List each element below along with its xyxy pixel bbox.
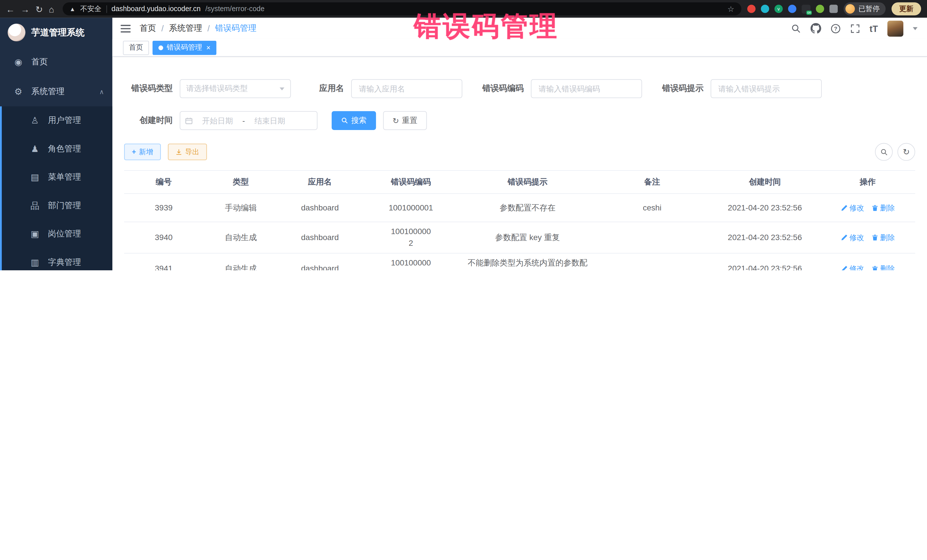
cell-hint: 参数配置 key 重复 — [460, 228, 595, 247]
search-button[interactable]: 搜索 — [332, 111, 376, 130]
home-icon[interactable]: ⌂ — [49, 5, 54, 14]
divider — [106, 5, 107, 13]
breadcrumb-system[interactable]: 系统管理 — [169, 23, 202, 33]
table-header: 编号 类型 应用名 错误码编码 错误码提示 备注 创建时间 操作 — [124, 170, 915, 194]
sidebar-item-dict[interactable]: ▥字典管理 — [2, 248, 112, 270]
dict-icon: ▥ — [28, 257, 41, 268]
font-size-icon[interactable]: tT — [870, 23, 878, 33]
reload-icon[interactable]: ↻ — [35, 5, 43, 14]
browser-profile-chip[interactable]: 已暂停 — [844, 2, 886, 15]
breadcrumb-home[interactable]: 首页 — [140, 23, 156, 33]
sidebar-item-label: 系统管理 — [31, 87, 64, 97]
cell-code: 100100000 2 — [362, 222, 460, 253]
tab-label: 首页 — [129, 42, 143, 52]
table-row: 3941自动生成dashboard100100000 3不能删除类型为系统内置的… — [124, 253, 915, 270]
plus-icon: + — [132, 148, 136, 156]
app-header: 首页 / 系统管理 / 错误码管理 ? — [112, 18, 927, 39]
extension-icon-check[interactable]: v — [774, 5, 783, 13]
insecure-warning-icon: ▲ — [70, 6, 76, 12]
screen: ← → ↻ ⌂ ▲ 不安全 dashboard.yudao.iocoder.cn… — [0, 0, 927, 270]
error-code-table: 编号 类型 应用名 错误码编码 错误码提示 备注 创建时间 操作 3939手动编… — [124, 170, 915, 270]
error-hint-input[interactable] — [711, 79, 822, 98]
help-icon[interactable]: ? — [831, 23, 840, 33]
post-icon: ▣ — [28, 229, 41, 239]
cell-remark — [595, 234, 710, 241]
org-icon: 品 — [28, 200, 41, 211]
sidebar-item-label: 菜单管理 — [48, 172, 81, 182]
tab-error-code[interactable]: 错误码管理 × — [153, 41, 216, 55]
add-button[interactable]: + 新增 — [124, 144, 161, 160]
filter-hint-label: 错误码提示 — [656, 83, 704, 94]
sidebar-item-user[interactable]: ♙用户管理 — [2, 106, 112, 135]
cell-id: 3939 — [124, 198, 203, 217]
logo-image — [8, 24, 25, 41]
app-name-input[interactable] — [351, 79, 462, 98]
end-date-input[interactable] — [247, 116, 292, 125]
header-actions: ? tT — [791, 21, 918, 36]
toggle-search-button[interactable] — [875, 143, 893, 161]
tabs-bar: 首页 错误码管理 × — [112, 39, 927, 57]
browser-update-button[interactable]: 更新 — [892, 2, 921, 15]
sidebar-item-org[interactable]: 品部门管理 — [2, 191, 112, 220]
tab-home[interactable]: 首页 — [123, 41, 149, 55]
forward-icon[interactable]: → — [21, 5, 30, 14]
bookmark-star-icon[interactable]: ☆ — [727, 5, 734, 14]
github-icon[interactable] — [810, 23, 821, 33]
page-content: 错误码类型 请选择错误码类型 应用名 错误码编码 — [112, 57, 927, 270]
edit-link[interactable]: 修改 — [840, 232, 864, 243]
avatar-dropdown-icon[interactable] — [913, 27, 918, 30]
cell-code: 100100000 3 — [362, 253, 460, 270]
gear-icon: ⚙ — [12, 87, 25, 97]
search-icon[interactable] — [791, 23, 801, 33]
fullscreen-icon[interactable] — [850, 23, 860, 33]
extension-icon-blue[interactable] — [788, 5, 796, 13]
sidebar-submenu: ♙用户管理♟角色管理▤菜单管理品部门管理▣岗位管理▥字典管理⚐通知公告✎审计日志… — [0, 106, 112, 270]
sidebar-item-users[interactable]: ♟角色管理 — [2, 135, 112, 163]
header-code: 错误码编码 — [362, 171, 460, 193]
sidebar-item-home[interactable]: ◉首页 — [0, 47, 112, 77]
url-host: dashboard.yudao.iocoder.cn — [111, 5, 201, 13]
extension-icon-red[interactable] — [747, 5, 755, 13]
filter-code-label: 错误码编码 — [477, 83, 524, 94]
breadcrumb-separator: / — [207, 24, 210, 33]
sidebar-item-post[interactable]: ▣岗位管理 — [2, 220, 112, 248]
export-button[interactable]: 导出 — [168, 144, 207, 160]
filter-app-label: 应用名 — [305, 83, 344, 94]
extensions-puzzle-icon[interactable] — [830, 5, 838, 13]
tab-close-icon[interactable]: × — [206, 43, 211, 52]
logo-row[interactable]: 芋道管理系统 — [0, 18, 112, 47]
search-button-label: 搜索 — [351, 115, 366, 126]
error-type-select[interactable]: 请选择错误码类型 — [180, 79, 291, 98]
table-body: 3939手动编辑dashboard1001000001参数配置不存在ceshi2… — [124, 194, 915, 270]
sidebar-item-label: 字典管理 — [48, 257, 81, 268]
address-bar[interactable]: ▲ 不安全 dashboard.yudao.iocoder.cn/system/… — [62, 2, 741, 15]
start-date-input[interactable] — [195, 116, 240, 125]
extension-icon-leaf[interactable] — [816, 5, 824, 13]
create-time-range-picker[interactable]: - — [180, 111, 318, 130]
chevron-up-icon: ∧ — [99, 88, 104, 96]
sync-paused-label: 已暂停 — [859, 4, 880, 14]
breadcrumb-separator: / — [161, 24, 164, 33]
delete-link[interactable]: 删除 — [871, 263, 895, 270]
cell-time: 2021-04-20 23:52:56 — [710, 198, 820, 217]
sidebar-item-gear[interactable]: ⚙系统管理∧ — [0, 77, 112, 106]
refresh-table-button[interactable]: ↻ — [897, 143, 915, 161]
menu-icon: ▤ — [28, 172, 41, 182]
error-code-input[interactable] — [531, 79, 642, 98]
sidebar-toggle-icon[interactable] — [121, 24, 131, 32]
reset-button[interactable]: ↻ 重置 — [383, 111, 427, 130]
cell-hint: 参数配置不存在 — [460, 198, 595, 217]
edit-link[interactable]: 修改 — [840, 263, 864, 270]
edit-link[interactable]: 修改 — [840, 202, 864, 214]
back-icon[interactable]: ← — [6, 5, 15, 14]
select-placeholder: 请选择错误码类型 — [186, 83, 248, 94]
user-avatar[interactable] — [887, 21, 903, 36]
user-icon: ♙ — [28, 115, 41, 126]
delete-link[interactable]: 删除 — [871, 202, 895, 214]
table-row: 3939手动编辑dashboard1001000001参数配置不存在ceshi2… — [124, 194, 915, 222]
delete-link[interactable]: 删除 — [871, 232, 895, 243]
on-badge: on — [807, 10, 812, 15]
extension-icon-teal[interactable] — [761, 5, 769, 13]
extension-icon-on-badge[interactable]: on — [802, 5, 811, 14]
sidebar-item-menu[interactable]: ▤菜单管理 — [2, 163, 112, 191]
